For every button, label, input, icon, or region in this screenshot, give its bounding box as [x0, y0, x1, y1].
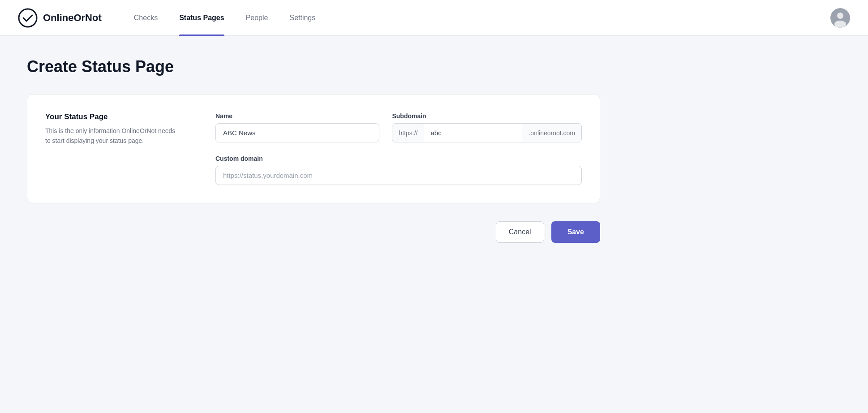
card-section-description: This is the only information OnlineOrNot… [45, 126, 180, 146]
page-title: Create Status Page [27, 57, 600, 76]
logo-text: OnlineOrNot [43, 12, 102, 24]
card-fields: Name Subdomain https:// .onlineornot.com… [215, 112, 582, 185]
name-input[interactable] [215, 123, 379, 142]
card-description: Your Status Page This is the only inform… [45, 112, 180, 146]
nav-item-people[interactable]: People [235, 0, 279, 36]
nav-item-settings[interactable]: Settings [279, 0, 326, 36]
svg-point-2 [837, 13, 843, 19]
svg-point-3 [834, 21, 846, 28]
custom-domain-field-group: Custom domain [215, 155, 582, 185]
subdomain-wrapper: https:// .onlineornot.com [392, 123, 582, 142]
nav-links: Checks Status Pages People Settings [123, 0, 830, 36]
custom-domain-input[interactable] [215, 166, 582, 185]
svg-point-0 [19, 9, 37, 27]
nav-item-status-pages[interactable]: Status Pages [168, 0, 235, 36]
name-field-group: Name [215, 112, 379, 142]
action-buttons: Cancel Save [27, 221, 600, 243]
navbar: OnlineOrNot Checks Status Pages People S… [0, 0, 868, 36]
card-section-title: Your Status Page [45, 112, 180, 121]
custom-domain-label: Custom domain [215, 155, 582, 162]
subdomain-field-group: Subdomain https:// .onlineornot.com [392, 112, 582, 142]
main-content: Create Status Page Your Status Page This… [0, 36, 627, 264]
logo[interactable]: OnlineOrNot [18, 8, 102, 28]
fields-row-name-subdomain: Name Subdomain https:// .onlineornot.com [215, 112, 582, 142]
save-button[interactable]: Save [551, 221, 600, 243]
subdomain-suffix: .onlineornot.com [522, 124, 581, 142]
status-page-card: Your Status Page This is the only inform… [27, 94, 600, 203]
subdomain-prefix: https:// [392, 124, 424, 142]
nav-item-checks[interactable]: Checks [123, 0, 168, 36]
logo-icon [18, 8, 38, 28]
cancel-button[interactable]: Cancel [496, 221, 544, 243]
name-label: Name [215, 112, 379, 120]
subdomain-input[interactable] [424, 124, 522, 142]
subdomain-label: Subdomain [392, 112, 582, 120]
avatar-icon [830, 8, 850, 28]
avatar[interactable] [830, 8, 850, 28]
